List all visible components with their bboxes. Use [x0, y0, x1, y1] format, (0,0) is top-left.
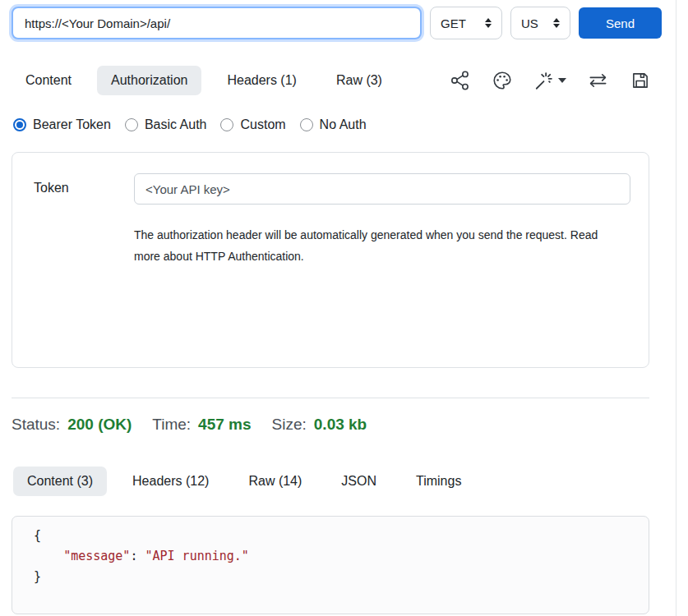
resp-tab-timings[interactable]: Timings: [402, 467, 475, 496]
json-key: "message": [63, 549, 130, 563]
response-tabs: Content (3) Headers (12) Raw (14) JSON T…: [2, 467, 676, 496]
radio-label: No Auth: [320, 117, 367, 132]
select-updown-icon: [485, 18, 492, 28]
resp-tab-json[interactable]: JSON: [327, 467, 390, 496]
tab-raw[interactable]: Raw (3): [322, 66, 396, 95]
token-help-text: The authorization header will be automat…: [134, 224, 627, 267]
dropdown-caret-icon: [558, 78, 566, 83]
resp-tab-content[interactable]: Content (3): [13, 467, 107, 496]
request-tabs-row: Content Authorization Headers (1) Raw (3…: [0, 66, 688, 95]
radio-bearer-token[interactable]: Bearer Token: [13, 117, 111, 132]
json-line-message: "message": "API running.": [34, 546, 649, 567]
send-button[interactable]: Send: [579, 7, 662, 39]
size-label: Size:: [272, 416, 307, 434]
select-updown-icon: [553, 18, 560, 28]
status-value: 200 (OK): [67, 416, 132, 434]
radio-label: Custom: [240, 117, 285, 132]
region-select[interactable]: US: [510, 7, 570, 39]
request-bar: GET US Send: [0, 0, 688, 39]
token-label: Token: [34, 173, 134, 367]
request-tabs: Content Authorization Headers (1) Raw (3…: [12, 66, 396, 95]
time-value: 457 ms: [198, 416, 251, 434]
status-item: Status: 200 (OK): [12, 416, 132, 434]
json-value: "API running.": [145, 549, 248, 563]
radio-selected-icon: [13, 118, 26, 131]
save-icon[interactable]: [630, 70, 651, 91]
resp-tab-raw[interactable]: Raw (14): [234, 467, 316, 496]
size-item: Size: 0.03 kb: [272, 416, 367, 434]
radio-icon: [125, 118, 138, 131]
content-right-border: [676, 0, 676, 616]
token-panel-main: The authorization header will be automat…: [134, 173, 630, 367]
tab-content[interactable]: Content: [12, 66, 85, 95]
api-tester-page: GET US Send Content Authorization Header…: [0, 0, 688, 616]
radio-icon: [300, 118, 313, 131]
radio-no-auth[interactable]: No Auth: [300, 117, 367, 132]
share-nodes-icon[interactable]: [450, 70, 471, 91]
toolbar-icons: [450, 70, 651, 91]
auth-type-options: Bearer Token Basic Auth Custom No Auth: [0, 117, 688, 132]
tab-authorization[interactable]: Authorization: [97, 66, 201, 95]
bearer-token-panel: Token The authorization header will be a…: [12, 152, 649, 368]
region-select-value: US: [521, 16, 538, 30]
time-item: Time: 457 ms: [152, 416, 251, 434]
swap-arrows-icon[interactable]: [587, 70, 609, 91]
response-body-block: { "message": "API running." }: [12, 516, 649, 614]
url-input[interactable]: [12, 7, 422, 39]
response-summary: Status: 200 (OK) Time: 457 ms Size: 0.03…: [12, 416, 676, 434]
token-input[interactable]: [134, 173, 630, 205]
radio-custom[interactable]: Custom: [220, 117, 285, 132]
radio-label: Basic Auth: [145, 117, 207, 132]
radio-label: Bearer Token: [33, 117, 111, 132]
tab-headers[interactable]: Headers (1): [213, 66, 310, 95]
resp-tab-headers[interactable]: Headers (12): [118, 467, 223, 496]
status-label: Status:: [12, 416, 60, 434]
magic-wand-dropdown-icon[interactable]: [533, 70, 566, 91]
section-divider: [12, 398, 649, 398]
radio-icon: [220, 118, 233, 131]
json-line-open: {: [34, 526, 649, 546]
method-select[interactable]: GET: [430, 7, 502, 39]
radio-basic-auth[interactable]: Basic Auth: [125, 117, 207, 132]
time-label: Time:: [152, 416, 191, 434]
method-select-value: GET: [441, 16, 466, 30]
palette-icon[interactable]: [492, 70, 513, 91]
json-line-close: }: [34, 567, 649, 587]
json-separator: :: [130, 549, 145, 563]
size-value: 0.03 kb: [314, 416, 367, 434]
